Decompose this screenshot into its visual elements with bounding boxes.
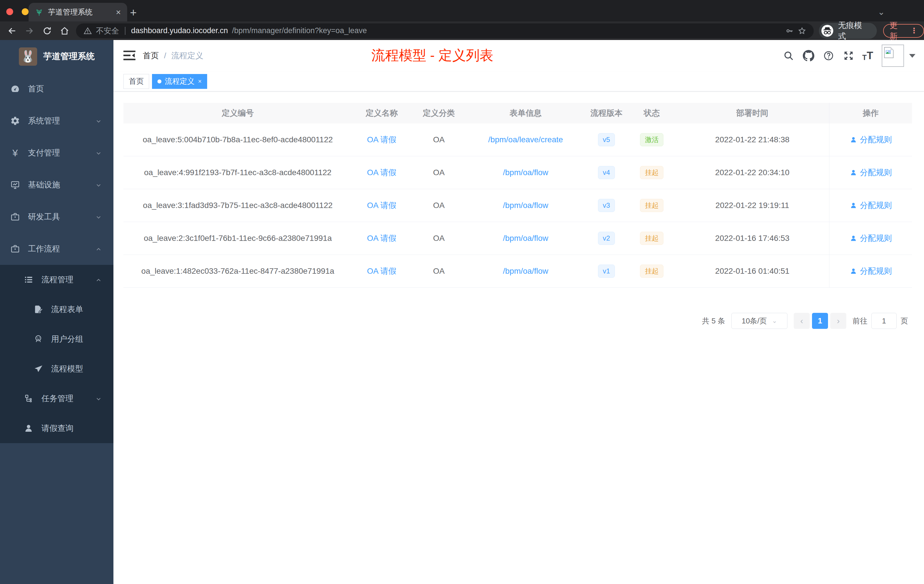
fullscreen-icon[interactable] bbox=[842, 49, 855, 62]
cell-deploy-time: 2022-01-16 01:40:51 bbox=[675, 255, 829, 287]
column-header: 操作 bbox=[829, 103, 912, 124]
tag-active[interactable]: 流程定义× bbox=[152, 74, 207, 89]
version-badge: v2 bbox=[598, 232, 615, 245]
form-info-link[interactable]: /bpm/oa/leave/create bbox=[488, 135, 563, 144]
user-icon bbox=[850, 234, 857, 242]
definition-name-link[interactable]: OA 请假 bbox=[367, 233, 396, 244]
breadcrumb-home[interactable]: 首页 bbox=[143, 50, 159, 61]
sidebar-item-user-group[interactable]: 用户分组 bbox=[0, 324, 114, 354]
cell-form-info: /bpm/oa/flow bbox=[467, 222, 585, 254]
sidebar-item-gear[interactable]: 系统管理 bbox=[0, 105, 114, 137]
table-body: oa_leave:5:004b710b-7b8a-11ec-8ef0-acde4… bbox=[124, 124, 912, 288]
sidebar-item-dashboard[interactable]: 首页 bbox=[0, 73, 114, 105]
tag-item[interactable]: 首页 bbox=[124, 74, 149, 89]
prev-page-button[interactable]: ‹ bbox=[794, 313, 810, 329]
form-info-link[interactable]: /bpm/oa/flow bbox=[503, 168, 548, 177]
cell-actions: 分配规则 bbox=[829, 124, 912, 156]
select-chevron-down-icon: ⌄ bbox=[772, 317, 777, 325]
status-badge: 激活 bbox=[640, 133, 663, 146]
tag-close-icon[interactable]: × bbox=[198, 78, 202, 85]
not-secure-warning-icon[interactable] bbox=[83, 26, 92, 35]
definition-name-link[interactable]: OA 请假 bbox=[367, 167, 396, 178]
user-icon bbox=[850, 169, 857, 176]
sidebar-item-yen[interactable]: ¥支付管理 bbox=[0, 137, 114, 169]
address-bar[interactable]: 不安全 dashboard.yudao.iocoder.cn/bpm/manag… bbox=[76, 23, 814, 38]
next-page-button[interactable]: › bbox=[830, 313, 846, 329]
sidebar-item-label: 任务管理 bbox=[41, 393, 73, 404]
new-tab-button[interactable]: + bbox=[130, 6, 137, 19]
status-badge: 挂起 bbox=[640, 199, 663, 212]
app-logo-avatar: 🐰 bbox=[19, 48, 37, 66]
sidebar-item-user[interactable]: 请假查询 bbox=[0, 413, 114, 443]
sidebar-item-label: 流程表单 bbox=[51, 304, 83, 315]
assign-rule-button[interactable]: 分配规则 bbox=[850, 200, 892, 211]
cell-status: 挂起 bbox=[628, 156, 675, 189]
navbar-icons: TT bbox=[782, 40, 924, 71]
screenshot-root: 芋道管理系统 × + ⌄ 不安全 dashboa bbox=[0, 0, 924, 584]
search-icon[interactable] bbox=[782, 49, 795, 62]
column-header: 定义分类 bbox=[411, 103, 466, 124]
collapse-sidebar-icon[interactable] bbox=[123, 49, 136, 61]
back-icon[interactable] bbox=[6, 25, 17, 36]
sidebar-item-flow[interactable]: 任务管理 bbox=[0, 384, 114, 413]
sidebar-item-list[interactable]: 流程管理 bbox=[0, 265, 114, 295]
page-size-select[interactable]: 10条/页 ⌄ bbox=[731, 313, 787, 329]
cell-status: 挂起 bbox=[628, 255, 675, 287]
font-size-icon[interactable]: TT bbox=[862, 50, 873, 62]
definition-name-link[interactable]: OA 请假 bbox=[367, 134, 396, 145]
form-info-link[interactable]: /bpm/oa/flow bbox=[503, 234, 548, 243]
browser-menu-dots-icon[interactable]: ⋮ bbox=[910, 26, 918, 35]
forward-icon[interactable] bbox=[24, 25, 35, 36]
user-avatar-broken-image[interactable] bbox=[882, 45, 904, 67]
avatar-caret-down-icon[interactable] bbox=[909, 54, 916, 58]
definition-name-link[interactable]: OA 请假 bbox=[367, 200, 396, 211]
home-icon[interactable] bbox=[59, 25, 70, 36]
sidebar-logo-row[interactable]: 🐰 芋道管理系统 bbox=[0, 40, 114, 73]
cell-form-info: /bpm/oa/leave/create bbox=[467, 124, 585, 156]
minimize-window-button[interactable] bbox=[22, 8, 28, 15]
cell-definition-id: oa_leave:4:991f2193-7b7f-11ec-a3c8-acde4… bbox=[124, 156, 352, 189]
goto-page-input[interactable]: 1 bbox=[871, 313, 897, 329]
password-key-icon[interactable] bbox=[785, 26, 794, 35]
column-header: 流程版本 bbox=[585, 103, 628, 124]
cell-version: v4 bbox=[585, 156, 628, 189]
tab-close-icon[interactable]: × bbox=[116, 8, 121, 16]
status-badge: 挂起 bbox=[640, 265, 663, 278]
tags-view-bar: 首页流程定义× bbox=[114, 71, 924, 91]
incognito-label: 无痕模式 bbox=[838, 20, 870, 42]
cell-definition-name: OA 请假 bbox=[352, 124, 411, 156]
sidebar-item-toolbox[interactable]: 研发工具 bbox=[0, 201, 114, 233]
github-icon[interactable] bbox=[802, 49, 815, 62]
user-group-icon bbox=[33, 334, 43, 344]
sidebar-item-paper-plane[interactable]: 流程模型 bbox=[0, 354, 114, 384]
sidebar-item-form[interactable]: 流程表单 bbox=[0, 295, 114, 324]
assign-rule-button[interactable]: 分配规则 bbox=[850, 233, 892, 244]
cell-category: OA bbox=[411, 222, 466, 254]
assign-rule-button[interactable]: 分配规则 bbox=[850, 266, 892, 277]
bookmark-star-icon[interactable] bbox=[798, 26, 806, 35]
dashboard-icon bbox=[10, 84, 20, 94]
status-badge: 挂起 bbox=[640, 232, 663, 245]
tab-search-chevron-icon[interactable]: ⌄ bbox=[878, 7, 885, 17]
assign-rule-label: 分配规则 bbox=[860, 200, 892, 211]
help-icon[interactable] bbox=[822, 49, 835, 62]
assign-rule-button[interactable]: 分配规则 bbox=[850, 167, 892, 178]
assign-rule-label: 分配规则 bbox=[860, 233, 892, 244]
browser-tab[interactable]: 芋道管理系统 × bbox=[28, 3, 127, 21]
assign-rule-button[interactable]: 分配规则 bbox=[850, 134, 892, 145]
definition-id-text: oa_leave:5:004b710b-7b8a-11ec-8ef0-acde4… bbox=[143, 135, 333, 144]
sidebar-item-briefcase[interactable]: 工作流程 bbox=[0, 233, 114, 265]
reload-icon[interactable] bbox=[41, 25, 53, 36]
pager: ‹ 1 › bbox=[794, 313, 846, 329]
sidebar-item-monitor[interactable]: 基础设施 bbox=[0, 169, 114, 201]
page-1-button[interactable]: 1 bbox=[812, 313, 828, 329]
update-browser-button[interactable]: 更新 ⋮ bbox=[883, 24, 924, 38]
form-info-link[interactable]: /bpm/oa/flow bbox=[503, 201, 548, 210]
form-info-link[interactable]: /bpm/oa/flow bbox=[503, 267, 548, 276]
deploy-time-text: 2022-01-22 20:34:10 bbox=[715, 168, 789, 177]
cell-category: OA bbox=[411, 156, 466, 189]
flow-icon bbox=[24, 394, 33, 403]
list-icon bbox=[24, 275, 33, 285]
definition-name-link[interactable]: OA 请假 bbox=[367, 266, 396, 277]
close-window-button[interactable] bbox=[6, 8, 13, 15]
